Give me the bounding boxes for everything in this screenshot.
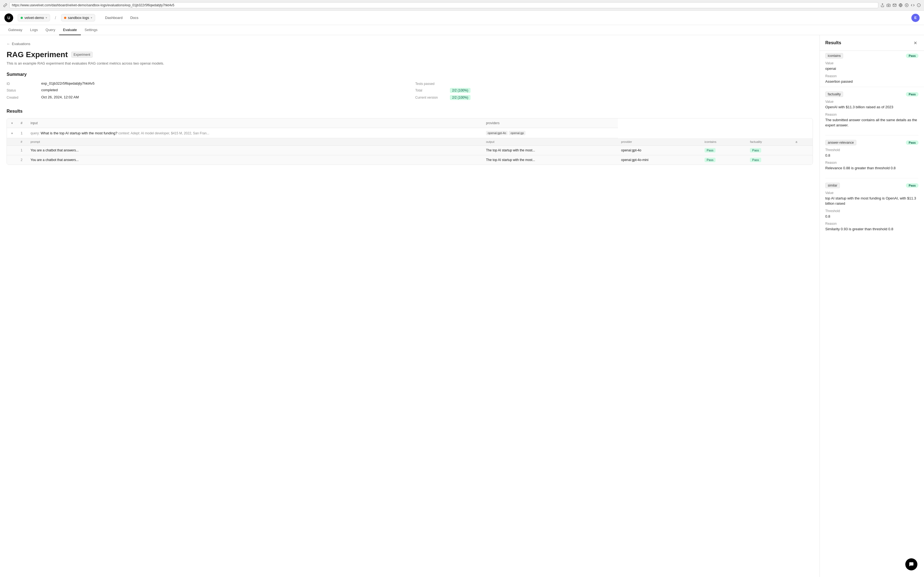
avatar[interactable]: E <box>911 14 919 22</box>
expand-row-icon[interactable]: ▾ <box>10 131 14 135</box>
summary-current-version: Current version 2/2 (100%) <box>415 95 813 100</box>
sub-row-extra-2 <box>792 155 813 165</box>
summary-created-label: Created <box>6 95 37 100</box>
summary-total: Total 2/2 (100%) <box>415 88 813 93</box>
collapse-all-icon[interactable]: ▾ <box>10 121 14 125</box>
sub-row-empty <box>7 146 17 155</box>
similar-threshold-label: Threshold <box>825 209 919 213</box>
tab-evaluate[interactable]: Evaluate <box>59 25 81 35</box>
factuality-value-label: Value <box>825 100 919 103</box>
results-panel: Results ✕ icontains Pass Value openai Re… <box>819 35 924 577</box>
sub-col-icontains: icontains <box>701 138 747 146</box>
workspace-sandbox-logs[interactable]: sandbox-logs ▾ <box>61 14 95 21</box>
sub-row-icontains-2: Pass <box>701 155 747 165</box>
workspace-velvet-demo[interactable]: velvet-demo ▾ <box>18 14 50 21</box>
panel-content: factuality Pass Value OpenAI with $11.3 … <box>820 87 924 245</box>
sub-row-output-1: The top AI startup with the most... <box>483 146 618 155</box>
summary-title: Summary <box>6 72 813 77</box>
mail-icon <box>893 3 897 7</box>
table-row[interactable]: ▾ 1 query: What is the top AI startup wi… <box>7 128 813 138</box>
sub-col-empty <box>7 138 17 146</box>
tab-settings[interactable]: Settings <box>81 25 102 35</box>
url-bar[interactable] <box>9 2 878 8</box>
answer-relevance-reason-label: Reason <box>825 161 919 164</box>
sub-row-num-2: 2 <box>17 155 27 165</box>
sub-row-factuality-1: Pass <box>746 146 792 155</box>
summary-tests-passed: Tests passed <box>415 81 813 86</box>
chevron-down-icon-2: ▾ <box>91 16 92 19</box>
sub-row-factuality-2: Pass <box>746 155 792 165</box>
page-title: RAG Experiment <box>6 50 68 59</box>
assertion-factuality-tag: factuality <box>825 92 843 97</box>
pass-badge-factuality-1: Pass <box>750 148 761 153</box>
similar-reason: Similarity 0.93 is greater than threshol… <box>825 226 919 232</box>
results-title: Results <box>6 109 813 114</box>
link-icon <box>3 3 7 7</box>
workspace-sandbox-label: sandbox-logs <box>68 16 89 20</box>
context-text: Adept: AI model developer, $415 M, 2022,… <box>131 131 209 135</box>
assertion-similar-status: Pass <box>906 183 919 188</box>
sub-row-icontains-1: Pass <box>701 146 747 155</box>
sub-table-row[interactable]: 2 You are a chatbot that answers... The … <box>7 155 813 165</box>
assertion-factuality-header: factuality Pass <box>825 92 919 97</box>
svg-point-1 <box>888 5 889 6</box>
sub-row-num-1: 1 <box>17 146 27 155</box>
sub-col-prompt: prompt <box>27 138 483 146</box>
similar-threshold: 0.8 <box>825 214 919 219</box>
assertion-answer-relevance-tag: answer-relevance <box>825 140 856 145</box>
row-input-cell: query: What is the top AI startup with t… <box>27 128 483 138</box>
workspace-velvet-label: velvet-demo <box>24 16 44 20</box>
info-icon <box>917 3 921 7</box>
col-providers: providers <box>483 118 618 128</box>
query-label: query: <box>31 131 41 135</box>
assertion-icontains-reason-label: Reason <box>825 74 919 78</box>
factuality-reason-label: Reason <box>825 113 919 116</box>
similar-reason-label: Reason <box>825 222 919 226</box>
app-logo: U <box>5 13 13 22</box>
answer-relevance-threshold-label: Threshold <box>825 148 919 152</box>
pass-badge-icontains-2: Pass <box>704 158 716 162</box>
results-table-wrap: ▾ # input providers ▾ 1 <box>6 118 813 165</box>
summary-tests-label: Tests passed <box>415 81 446 86</box>
col-num: # <box>17 118 27 128</box>
sub-col-output: output <box>483 138 618 146</box>
tab-query[interactable]: Query <box>42 25 59 35</box>
close-panel-button[interactable]: ✕ <box>912 40 919 46</box>
dashboard-link[interactable]: Dashboard <box>102 14 126 21</box>
sub-col-factuality: factuality <box>746 138 792 146</box>
breadcrumb-evaluations[interactable]: Evaluations <box>12 42 30 46</box>
assertion-icontains-value-block: Value openai Reason Assertion passed <box>825 61 919 84</box>
summary-status: Status completed <box>6 88 404 93</box>
sub-col-num: # <box>17 138 27 146</box>
nav-tabs: Gateway Logs Query Evaluate Settings <box>0 25 924 35</box>
camera-icon <box>887 3 890 7</box>
share-icon <box>880 3 884 7</box>
sub-row-provider-2: openai:gpt-4o-mini <box>618 155 701 165</box>
breadcrumb: ← Evaluations <box>6 42 813 46</box>
workspace-dot-sandbox <box>64 17 66 19</box>
page-description: This is an example RAG experiment that e… <box>6 61 813 65</box>
results-table: ▾ # input providers ▾ 1 <box>7 118 813 164</box>
tab-logs[interactable]: Logs <box>26 25 42 35</box>
sub-table-row[interactable]: 1 You are a chatbot that answers... The … <box>7 146 813 155</box>
chat-icon <box>909 562 914 567</box>
sub-col-extra: a <box>792 138 813 146</box>
summary-grid: ID exp_01jb322r5f6qwdabjty7hkt4v5 Tests … <box>6 81 813 100</box>
assertion-icontains-header: icontains Pass <box>825 53 919 58</box>
tab-gateway[interactable]: Gateway <box>5 25 26 35</box>
docs-link[interactable]: Docs <box>127 14 142 21</box>
results-panel-title: Results <box>825 40 841 45</box>
row-expand-cell[interactable]: ▾ <box>7 128 17 138</box>
answer-relevance-reason: Relevance 0.88 is greater than threshold… <box>825 165 919 171</box>
answer-relevance-threshold: 0.8 <box>825 153 919 158</box>
header-nav: Dashboard Docs <box>102 14 142 21</box>
page-title-row: RAG Experiment Experiment <box>6 50 813 59</box>
summary-created-value: Oct 26, 2024, 12:02 AM <box>41 95 79 99</box>
similar-value: top AI startup with the most funding is … <box>825 196 919 206</box>
workspace-dot-velvet <box>21 17 23 19</box>
sub-table-header: # prompt output provider icontains factu… <box>7 138 813 146</box>
add-icon <box>905 3 909 7</box>
sub-row-extra-1 <box>792 146 813 155</box>
chat-button[interactable] <box>905 558 918 571</box>
content-area: ← Evaluations RAG Experiment Experiment … <box>0 35 819 577</box>
